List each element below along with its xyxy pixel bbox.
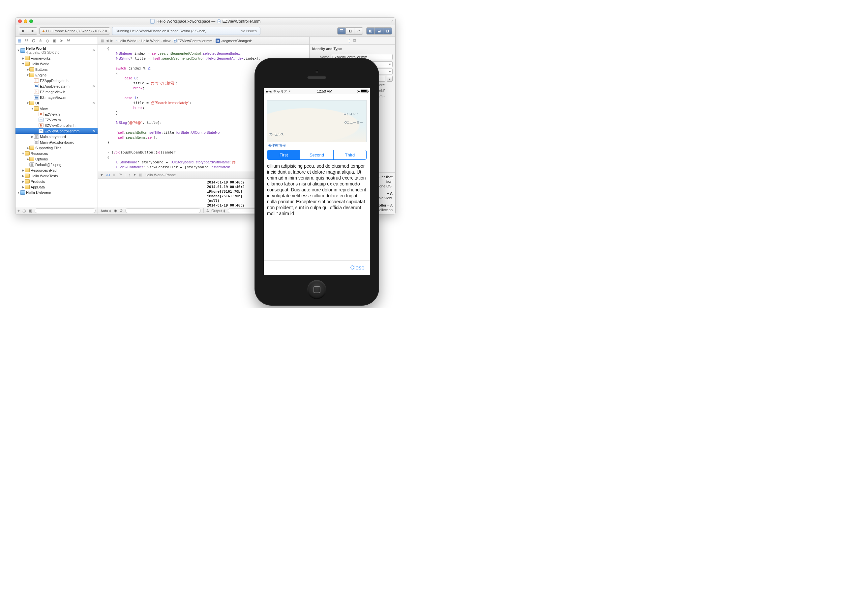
tree-row[interactable]: ▼Engine (16, 72, 98, 78)
step-out-icon[interactable]: ↑ (129, 173, 131, 177)
tree-row[interactable]: hEZImageView.h (16, 89, 98, 94)
titlebar-title: Hello Workspace.xcworkspace — m EZViewCo… (150, 19, 260, 24)
process-name[interactable]: Hello World-iPhone (145, 173, 176, 177)
step-over-icon[interactable]: ↷ (119, 173, 121, 177)
issue-navigator-tab[interactable]: ⚠ (39, 38, 43, 43)
tree-row[interactable]: ▶Frameworks (16, 55, 98, 61)
symbol-navigator-tab[interactable]: ☷ (25, 38, 29, 43)
carrier-label: キャリア (273, 89, 287, 94)
tree-row[interactable]: ▶Supporting Files (16, 145, 98, 151)
variables-view[interactable] (98, 179, 205, 207)
assistant-editor-button[interactable]: ◧ (346, 27, 355, 35)
minimize-window-button[interactable] (24, 19, 27, 23)
breakpoint-navigator-tab[interactable]: ➤ (60, 38, 63, 43)
forward-button[interactable]: ▶ (110, 39, 113, 43)
output-scope[interactable]: All Output ‡ (206, 209, 225, 213)
tree-project-root[interactable]: ▼Hello World4 targets, iOS SDK 7.0M (16, 46, 98, 55)
sim-location-icon[interactable]: ➤ (133, 173, 136, 177)
toggle-navigator-button[interactable]: ◧ (366, 27, 375, 35)
close-button[interactable]: Close (264, 260, 370, 275)
map-attribution-link[interactable]: 著作権情報 (268, 143, 366, 148)
tree-row[interactable]: ▦Default@2x.png (16, 162, 98, 167)
tree-row[interactable]: ▶Resources-iPad (16, 167, 98, 173)
tree-row[interactable]: ▼Hello Universe (16, 190, 98, 195)
tree-row[interactable]: ▼Hello World (16, 61, 98, 66)
editor-mode-segment: ☰ ◧ ↗ (337, 27, 363, 35)
tree-row[interactable]: mEZAppDelegate.mM (16, 83, 98, 89)
choose-path-button[interactable]: ▸ (387, 76, 392, 82)
debug-navigator-tab[interactable]: ▣ (52, 38, 57, 43)
project-icon (117, 41, 117, 41)
standard-editor-button[interactable]: ☰ (337, 27, 346, 35)
variables-scope[interactable]: Auto ‡ (101, 209, 111, 213)
home-button[interactable] (307, 280, 326, 299)
quick-help-tab[interactable]: ☲ (353, 39, 356, 43)
tree-row[interactable]: ▼View (16, 106, 98, 112)
map-view[interactable]: トロントニューヨーンゼルス (267, 100, 367, 142)
tree-row[interactable]: ▼Resources (16, 151, 98, 156)
scm-icon[interactable]: ▣ (28, 209, 32, 213)
jump-item-0[interactable]: Hello World (118, 39, 137, 43)
camera-dot (315, 70, 318, 73)
tree-row[interactable]: hEZAppDelegate.h (16, 78, 98, 83)
tree-row[interactable]: ▶Buttons (16, 66, 98, 72)
jump-item-1[interactable]: Hello World (141, 39, 159, 43)
ios-simulator: キャリア ᯤ 12:50 AM ➤ トロントニューヨーンゼルス 著作権情報 Fi… (254, 58, 379, 306)
segmented-control[interactable]: First Second Third (267, 150, 367, 160)
file-inspector-tab[interactable]: ▯ (348, 39, 350, 43)
jump-method[interactable]: -segmentChanged: (221, 39, 252, 43)
recent-icon[interactable]: ◷ (22, 209, 26, 213)
toggle-inspector-button[interactable]: ◨ (383, 27, 392, 35)
pause-icon[interactable]: ⏸ (112, 173, 116, 177)
toggle-debug-area-icon[interactable]: ▼ (100, 173, 104, 177)
text-view[interactable]: cillium adipisicing pecu, sed do eiusmod… (267, 163, 367, 260)
related-items-icon[interactable]: ▦ (101, 39, 104, 43)
map-label: ニューヨー (347, 120, 363, 125)
tree-row[interactable]: hEZViewController.h (16, 123, 98, 128)
location-icon: ➤ (357, 89, 360, 94)
tree-row[interactable]: ▶Products (16, 179, 98, 184)
quicklook-icon[interactable]: ◉ (114, 209, 117, 213)
tree-row[interactable]: ◫Main-iPad.storyboard (16, 139, 98, 145)
filter-field[interactable] (35, 208, 96, 213)
tree-row[interactable]: hEZView.h (16, 112, 98, 117)
toolbar: ▶ ■ A H › iPhone Retina (3.5-inch) › iOS… (16, 25, 395, 37)
log-navigator-tab[interactable]: ☱ (66, 38, 71, 43)
simulator-screen: キャリア ᯤ 12:50 AM ➤ トロントニューヨーンゼルス 著作権情報 Fi… (264, 88, 370, 275)
project-tree[interactable]: ▼Hello World4 targets, iOS SDK 7.0M▶Fram… (16, 45, 98, 207)
find-navigator-tab[interactable]: Q (32, 38, 35, 43)
titlebar[interactable]: Hello Workspace.xcworkspace — m EZViewCo… (16, 18, 395, 25)
segment-second[interactable]: Second (300, 150, 333, 159)
breakpoint-toggle-icon[interactable]: 🏷 (106, 173, 110, 177)
close-window-button[interactable] (18, 19, 22, 23)
signal-icon (266, 89, 272, 93)
jump-bar[interactable]: ▦ ◀ ▶ Hello World› Hello World› View› m … (98, 37, 309, 45)
run-button[interactable]: ▶ (19, 27, 28, 35)
stop-button[interactable]: ■ (28, 27, 37, 35)
variables-filter[interactable] (125, 208, 201, 213)
print-icon[interactable]: ⊙ (120, 209, 123, 213)
tree-row[interactable]: mEZImageView.m (16, 94, 98, 100)
tree-row[interactable]: ▶Options (16, 156, 98, 162)
fullscreen-icon[interactable]: ⤢ (391, 19, 393, 23)
toggle-debug-button[interactable]: ⬓ (375, 27, 383, 35)
segment-first[interactable]: First (267, 150, 300, 159)
test-navigator-tab[interactable]: ◇ (46, 38, 49, 43)
step-in-icon[interactable]: ↓ (124, 173, 126, 177)
scheme-selector[interactable]: A H › iPhone Retina (3.5-inch) › iOS 7.0 (39, 27, 110, 35)
project-navigator-tab[interactable]: ▤ (17, 38, 21, 43)
jump-item-3[interactable]: EZViewController.mm (177, 39, 212, 43)
segment-third[interactable]: Third (333, 150, 366, 159)
version-editor-button[interactable]: ↗ (355, 27, 363, 35)
tree-row[interactable]: ▼UIM (16, 100, 98, 106)
tree-row[interactable]: ▶AppData (16, 184, 98, 190)
back-button[interactable]: ◀ (106, 39, 109, 43)
zoom-window-button[interactable] (29, 19, 33, 23)
tree-row[interactable]: mEZView.m (16, 117, 98, 123)
add-button[interactable]: + (17, 209, 20, 213)
jump-item-2[interactable]: View (163, 39, 171, 43)
tree-row[interactable]: mEZViewController.mmM (16, 128, 98, 134)
tree-row[interactable]: ▶◫Main.storyboard (16, 134, 98, 139)
tree-row[interactable]: ▶Hello WorldTests (16, 173, 98, 179)
pane-visibility-segment: ◧ ⬓ ◨ (366, 27, 392, 35)
